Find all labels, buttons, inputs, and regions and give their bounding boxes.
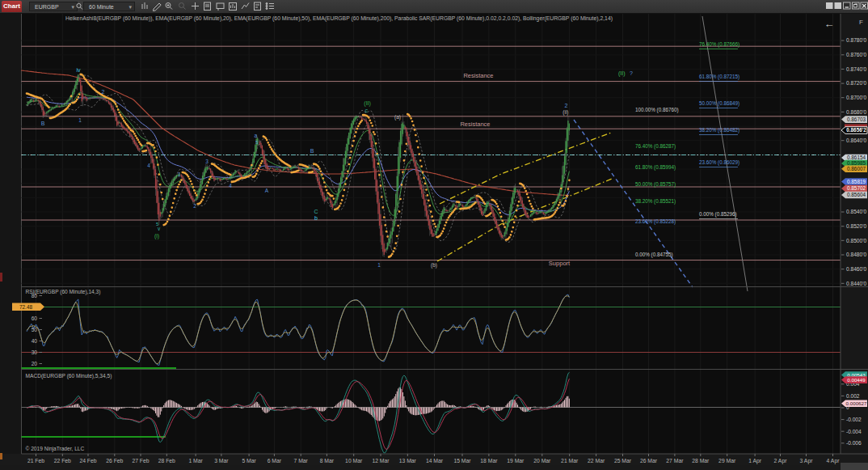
svg-text:0.8440'0: 0.8440'0 xyxy=(846,281,866,286)
svg-text:1 Apr: 1 Apr xyxy=(748,458,762,464)
svg-text:8 Mar: 8 Mar xyxy=(320,458,335,464)
svg-text:0.00449: 0.00449 xyxy=(847,377,866,383)
svg-text:20 Mar: 20 Mar xyxy=(533,458,551,464)
svg-text:(ii): (ii) xyxy=(563,109,568,116)
svg-text:72.48: 72.48 xyxy=(19,304,32,310)
svg-text:76.40% (0.86287): 76.40% (0.86287) xyxy=(635,143,676,150)
svg-text:61.80% (0.87215): 61.80% (0.87215) xyxy=(699,74,739,80)
svg-text:40: 40 xyxy=(32,338,38,344)
svg-text:1: 1 xyxy=(377,262,381,268)
svg-text:Support: Support xyxy=(549,260,571,267)
svg-text:1 Mar: 1 Mar xyxy=(188,458,203,464)
svg-text:30: 30 xyxy=(32,349,38,355)
svg-text:0.8760'0: 0.8760'0 xyxy=(846,52,866,57)
svg-text:26 Mar: 26 Mar xyxy=(640,458,658,464)
svg-text:3: 3 xyxy=(205,159,209,164)
svg-text:-0.004: -0.004 xyxy=(846,429,862,434)
svg-text:20: 20 xyxy=(32,361,38,366)
svg-text:0.85604: 0.85604 xyxy=(847,192,866,197)
svg-text:22 Mar: 22 Mar xyxy=(588,458,605,464)
svg-text:14 Mar: 14 Mar xyxy=(426,458,444,464)
svg-text:29 Mar: 29 Mar xyxy=(718,458,736,464)
svg-text:27 Feb: 27 Feb xyxy=(132,458,149,464)
svg-text:100.00% (0.86760): 100.00% (0.86760) xyxy=(635,107,679,113)
svg-text:38.20% (0.85521): 38.20% (0.85521) xyxy=(635,198,676,205)
svg-text:B: B xyxy=(41,121,45,126)
svg-text:60: 60 xyxy=(32,315,38,321)
svg-text:0.86154: 0.86154 xyxy=(847,155,866,160)
svg-text:A: A xyxy=(265,188,269,193)
svg-text:76.40% (0.87666): 76.40% (0.87666) xyxy=(699,41,739,48)
svg-text:0.8460'0: 0.8460'0 xyxy=(846,266,866,272)
svg-text:←: ← xyxy=(824,18,835,30)
svg-text:Resistance: Resistance xyxy=(463,72,493,79)
svg-text:50.00% (0.85757): 50.00% (0.85757) xyxy=(635,181,676,188)
svg-text:38.20% (0.86482): 38.20% (0.86482) xyxy=(699,127,739,133)
svg-text:a: a xyxy=(255,133,258,138)
svg-text:18 Mar: 18 Mar xyxy=(480,458,498,464)
svg-text:0.00% (0.84755): 0.00% (0.84755) xyxy=(635,252,673,258)
svg-text:(II): (II) xyxy=(364,100,371,107)
svg-text:B: B xyxy=(310,148,314,154)
svg-text:15 Mar: 15 Mar xyxy=(453,458,471,464)
svg-text:61.80% (0.85994): 61.80% (0.85994) xyxy=(635,164,676,171)
svg-text:0.8520'0: 0.8520'0 xyxy=(846,223,866,229)
svg-text:c: c xyxy=(365,108,369,113)
svg-text:21 Feb: 21 Feb xyxy=(27,458,44,464)
svg-text:50.00% (0.86849): 50.00% (0.86849) xyxy=(699,100,739,107)
svg-text:26 Feb: 26 Feb xyxy=(106,458,123,464)
svg-text:4: 4 xyxy=(147,163,150,168)
svg-text:4 Apr: 4 Apr xyxy=(827,458,841,464)
svg-text:2: 2 xyxy=(565,103,568,108)
svg-text:-0.006: -0.006 xyxy=(846,440,862,446)
svg-text:7 Mar: 7 Mar xyxy=(294,458,309,464)
svg-text:13 Mar: 13 Mar xyxy=(399,458,417,464)
svg-text:0.8700'0: 0.8700'0 xyxy=(846,95,866,100)
svg-text:3 Mar: 3 Mar xyxy=(214,458,229,464)
svg-text:0.002: 0.002 xyxy=(846,393,860,399)
svg-text:© 2019 NinjaTrader, LLC: © 2019 NinjaTrader, LLC xyxy=(26,446,85,452)
svg-text:0.00% (0.85296): 0.00% (0.85296) xyxy=(699,211,737,218)
svg-text:1: 1 xyxy=(78,117,82,123)
svg-text:0.86703: 0.86703 xyxy=(847,116,866,122)
svg-text:28 Feb: 28 Feb xyxy=(158,458,175,464)
svg-text:0.8540'0: 0.8540'0 xyxy=(846,209,866,214)
svg-text:28 Mar: 28 Mar xyxy=(692,458,710,464)
svg-text:(a): (a) xyxy=(394,114,401,121)
svg-text:?: ? xyxy=(630,70,633,76)
svg-text:F: F xyxy=(859,19,863,26)
svg-text:27 Mar: 27 Mar xyxy=(666,458,684,464)
svg-text:24 Feb: 24 Feb xyxy=(79,458,96,464)
svg-text:4: 4 xyxy=(229,183,232,188)
svg-text:5 Mar: 5 Mar xyxy=(242,458,256,464)
svg-text:0.86007: 0.86007 xyxy=(847,166,866,171)
svg-text:iv: iv xyxy=(76,67,81,73)
svg-text:0.8640'0: 0.8640'0 xyxy=(846,138,866,143)
svg-text:3 Apr: 3 Apr xyxy=(800,458,814,464)
svg-text:2: 2 xyxy=(102,89,105,95)
svg-text:25 Mar: 25 Mar xyxy=(614,458,632,464)
svg-text:23.60% (0.86029): 23.60% (0.86029) xyxy=(699,159,739,166)
svg-text:MACD(EURGBP (60 Minute),5,34,5: MACD(EURGBP (60 Minute),5,34,5) xyxy=(26,373,112,379)
svg-text:6 Mar: 6 Mar xyxy=(268,458,282,464)
svg-text:(i): (i) xyxy=(154,233,159,239)
svg-text:C: C xyxy=(314,209,318,214)
svg-text:10 Mar: 10 Mar xyxy=(345,458,363,464)
svg-text:0.8720'0: 0.8720'0 xyxy=(846,80,866,86)
svg-text:19 Mar: 19 Mar xyxy=(507,458,525,464)
svg-text:-0.002: -0.002 xyxy=(846,417,862,422)
svg-text:0.8780'0: 0.8780'0 xyxy=(846,37,866,43)
svg-text:21 Mar: 21 Mar xyxy=(561,458,579,464)
svg-text:0.000627: 0.000627 xyxy=(846,400,867,406)
svg-text:50: 50 xyxy=(32,327,38,332)
svg-text:RSI(EURGBP (60 Minute),14,3): RSI(EURGBP (60 Minute),14,3) xyxy=(26,289,101,295)
svg-text:HeikenAshi8(EURGBP (60 Minute): HeikenAshi8(EURGBP (60 Minute)), EMA(EUR… xyxy=(65,15,613,22)
svg-text:23.60% (0.85228): 23.60% (0.85228) xyxy=(635,218,676,225)
svg-text:1: 1 xyxy=(178,171,181,177)
svg-text:0.85702: 0.85702 xyxy=(847,185,866,191)
svg-text:Resistance: Resistance xyxy=(460,121,490,128)
svg-text:0.8740'0: 0.8740'0 xyxy=(846,66,866,72)
svg-text:b: b xyxy=(314,215,318,221)
svg-text:0.85819: 0.85819 xyxy=(847,179,866,184)
svg-text:22 Feb: 22 Feb xyxy=(54,458,71,464)
